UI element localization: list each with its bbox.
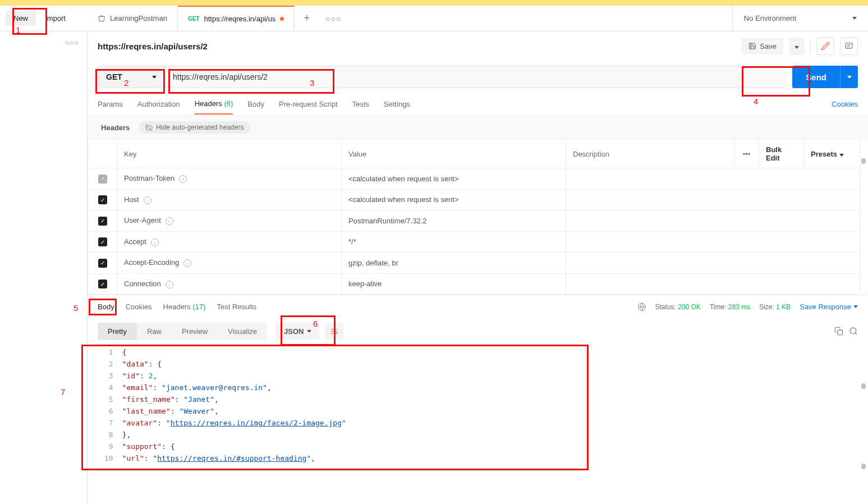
send-button[interactable]: Send	[792, 66, 840, 88]
svg-line-10	[855, 333, 857, 335]
header-key: Accepti	[117, 231, 342, 253]
method-select[interactable]: GET	[98, 66, 165, 88]
chevron-down-icon	[307, 330, 311, 333]
sidebar-overflow-icon[interactable]: ○○○	[65, 39, 79, 47]
save-response-button[interactable]: Save Response	[800, 303, 858, 311]
presets-button[interactable]: Presets	[804, 140, 860, 168]
resp-tab-cookies[interactable]: Cookies	[126, 298, 152, 315]
import-button[interactable]: Import	[39, 11, 71, 26]
format-select[interactable]: JSON	[276, 323, 319, 340]
bulk-edit-button[interactable]: Bulk Edit	[759, 140, 804, 168]
tab-prerequest[interactable]: Pre-request Script	[279, 94, 338, 114]
tab-request[interactable]: GET https://reqres.in/api/us	[178, 6, 295, 31]
tab-headers[interactable]: Headers (6)	[195, 94, 233, 114]
tab-authorization[interactable]: Authorization	[137, 94, 180, 114]
save-split-button[interactable]	[789, 38, 805, 55]
send-split-button[interactable]	[840, 66, 858, 88]
cookies-link[interactable]: Cookies	[832, 100, 858, 108]
th-description: Description	[566, 140, 734, 168]
info-icon: i	[144, 196, 151, 204]
table-row[interactable]: ✓ Accepti */*	[88, 231, 860, 253]
checkbox-icon[interactable]: ✓	[98, 237, 107, 246]
header-value: gzip, deflate, br	[342, 253, 566, 274]
resp-tab-testresults[interactable]: Test Results	[217, 298, 257, 315]
headers-table: Key Value Description ••• Bulk Edit Pres…	[88, 139, 860, 295]
table-row[interactable]: ✓ Connectioni keep-alive	[88, 273, 860, 295]
copy-icon[interactable]	[834, 327, 843, 336]
view-preview[interactable]: Preview	[172, 323, 218, 340]
table-row[interactable]: ✓ Postman-Tokeni <calculated when reques…	[88, 168, 860, 190]
chevron-down-icon	[794, 46, 799, 49]
header-value: <calculated when request is sent>	[342, 189, 566, 210]
scrollbar-thumb[interactable]	[861, 383, 866, 389]
hide-auto-headers-button[interactable]: Hide auto-generated headers	[139, 121, 250, 134]
hide-auto-label: Hide auto-generated headers	[156, 123, 244, 131]
resp-tab-headers[interactable]: Headers (17)	[163, 298, 206, 315]
network-icon[interactable]	[637, 303, 646, 311]
tab-tests[interactable]: Tests	[352, 94, 369, 114]
tab-settings[interactable]: Settings	[384, 94, 410, 114]
request-title: https://reqres.in/api/users/2	[98, 42, 208, 51]
table-row[interactable]: ✓ User-Agenti PostmanRuntime/7.32.2	[88, 210, 860, 232]
resp-headers-count: (17)	[192, 303, 205, 311]
tab-overflow-button[interactable]: ○○○	[319, 6, 348, 31]
chevron-down-icon	[839, 154, 844, 157]
response-body-code: 12345678910 { "data": { "id": 2, "email"…	[88, 344, 868, 466]
pencil-icon	[821, 42, 830, 51]
environment-select[interactable]: No Environment	[732, 6, 868, 31]
tab-request-label: https://reqres.in/api/us	[204, 15, 275, 23]
tab-method-badge: GET	[188, 16, 200, 22]
info-icon: i	[179, 175, 187, 183]
header-key: Accept-Encodingi	[117, 253, 342, 274]
wrap-icon	[330, 327, 338, 336]
tab-body[interactable]: Body	[247, 94, 264, 114]
info-icon: i	[166, 281, 173, 288]
info-icon: i	[183, 259, 191, 267]
info-icon: i	[166, 217, 173, 225]
size-value: 1 KB	[776, 303, 791, 311]
comment-icon	[844, 42, 853, 51]
table-row[interactable]: ✓ Accept-Encodingi gzip, deflate, br	[88, 253, 860, 274]
view-raw[interactable]: Raw	[137, 323, 172, 340]
th-key: Key	[117, 140, 342, 168]
scrollbar-thumb[interactable]	[861, 464, 866, 469]
eye-off-icon	[145, 124, 153, 131]
save-button[interactable]: Save	[742, 38, 783, 54]
table-row[interactable]: ✓ Hosti <calculated when request is sent…	[88, 189, 860, 210]
environment-label: No Environment	[744, 14, 796, 22]
edit-icon-button[interactable]	[816, 37, 834, 55]
search-icon[interactable]	[849, 327, 858, 336]
scrollbar-thumb[interactable]	[861, 158, 866, 164]
method-label: GET	[106, 72, 122, 81]
new-button[interactable]: New	[6, 11, 36, 26]
comment-icon-button[interactable]	[840, 37, 858, 55]
url-input[interactable]	[165, 66, 787, 88]
save-icon	[748, 42, 756, 50]
header-value: PostmanRuntime/7.32.2	[342, 210, 566, 232]
new-tab-button[interactable]: +	[295, 6, 319, 31]
header-value: keep-alive	[342, 273, 566, 295]
tab-params[interactable]: Params	[98, 94, 123, 114]
header-key: Postman-Tokeni	[117, 168, 342, 190]
tab-collection-label: LearningPostman	[110, 14, 167, 22]
resp-tab-body[interactable]: Body	[98, 298, 114, 315]
wrap-lines-button[interactable]	[325, 323, 343, 340]
checkbox-icon[interactable]: ✓	[98, 217, 107, 226]
status-label: Status:	[655, 303, 676, 311]
svg-rect-8	[838, 330, 843, 335]
checkbox-icon[interactable]: ✓	[98, 259, 107, 268]
svg-point-9	[850, 328, 856, 334]
info-icon: i	[151, 239, 159, 246]
checkbox-icon[interactable]: ✓	[98, 195, 107, 204]
chevron-down-icon	[852, 17, 857, 20]
unsaved-dot-icon	[280, 17, 284, 21]
tab-collection[interactable]: LearningPostman	[88, 6, 178, 31]
th-overflow[interactable]: •••	[734, 140, 759, 168]
header-value: */*	[342, 231, 566, 253]
view-pretty[interactable]: Pretty	[98, 323, 137, 340]
th-value: Value	[342, 140, 566, 168]
checkbox-icon[interactable]: ✓	[98, 280, 107, 288]
checkbox-icon[interactable]: ✓	[98, 175, 107, 184]
tab-headers-count: (6)	[224, 99, 233, 108]
view-visualize[interactable]: Visualize	[218, 323, 267, 340]
